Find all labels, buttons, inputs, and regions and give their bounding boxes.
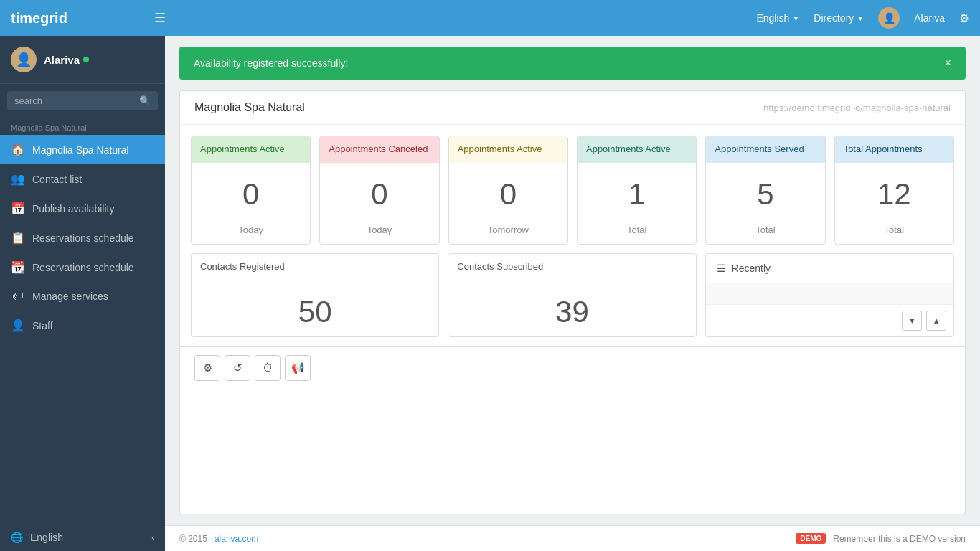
second-row: Contacts Registered 50 Contacts Subscrib… (180, 245, 965, 346)
username-nav[interactable]: Alariva (914, 12, 945, 24)
home-icon: 🏠 (11, 143, 25, 156)
stat-card-value-0: 0 (200, 177, 301, 212)
stat-card-value-1: 0 (329, 177, 430, 212)
toolbar-broadcast-button[interactable]: 📢 (285, 355, 311, 381)
sidebar-search-container: 🔍 (0, 84, 165, 118)
sidebar-avatar: 👤 (11, 47, 37, 72)
stat-card-footer-4: Total (706, 219, 824, 244)
sidebar-item-reservations1[interactable]: 📋 Reservations schedule (0, 223, 165, 253)
stat-card-footer-0: Today (192, 219, 310, 244)
demo-badge: DEMO (796, 533, 826, 544)
stat-card-0: Appointments Active 0 Today (191, 136, 311, 245)
dashboard-card: Magnolia Spa Natural https://demo.timegr… (179, 90, 966, 514)
user-avatar[interactable]: 👤 (878, 7, 900, 29)
footer-link[interactable]: alariva.com (215, 534, 258, 544)
stat-card-header-0: Appointments Active (192, 136, 310, 163)
sidebar-item-staff[interactable]: 👤 Staff (0, 311, 165, 340)
sidebar-language[interactable]: 🌐 English ‹ (0, 524, 165, 551)
stat-card-body-2: 0 (449, 163, 567, 219)
directory-caret: ▼ (857, 14, 864, 22)
stat-card-body-4: 5 (706, 163, 824, 219)
contact-card-body-0: 50 (192, 281, 438, 336)
sidebar-item-contacts[interactable]: 👥 Contact list (0, 164, 165, 194)
hamburger-icon[interactable]: ☰ (154, 10, 166, 26)
contact-card-value-1: 39 (457, 295, 687, 329)
stat-card-value-2: 0 (458, 177, 559, 212)
toolbar-refresh-button[interactable]: ↺ (225, 355, 250, 381)
stat-cards-row: Appointments Active 0 Today Appointments… (180, 125, 965, 245)
demo-footer-text: Remember this is a DEMO version (833, 534, 966, 544)
sidebar-item-publish[interactable]: 📅 Publish availability (0, 194, 165, 223)
stat-card-value-3: 1 (586, 177, 687, 212)
contact-card-header-1: Contacts Subscribed (448, 254, 695, 281)
stat-card-header-3: Appointments Active (578, 136, 696, 163)
stat-card-value-5: 12 (844, 177, 945, 212)
contact-card-value-0: 50 (200, 295, 430, 329)
brand-logo: timegrid (11, 10, 154, 27)
stat-card-footer-5: Total (835, 219, 953, 244)
alert-close-button[interactable]: × (945, 57, 951, 70)
sidebar-item-label: Reservations schedule (32, 262, 134, 273)
success-alert: Availability registered successfully! × (179, 47, 966, 80)
recently-up-button[interactable]: ▴ (926, 311, 946, 331)
stat-card-body-1: 0 (320, 163, 438, 219)
toolbar-settings-button[interactable]: ⚙ (194, 355, 220, 381)
search-icon: 🔍 (139, 95, 151, 106)
page-footer: © 2015 alariva.com DEMO Remember this is… (165, 525, 980, 551)
stat-card-footer-2: Tomorrow (449, 219, 567, 244)
main-content: Availability registered successfully! × … (165, 36, 980, 551)
search-input[interactable] (14, 95, 139, 106)
contact-card-body-1: 39 (448, 281, 695, 336)
directory-selector[interactable]: Directory ▼ (814, 12, 864, 24)
chevron-left-icon: ‹ (151, 533, 154, 542)
contacts-icon: 👥 (11, 172, 25, 186)
top-nav-right: English ▼ Directory ▼ 👤 Alariva ⚙ (756, 7, 969, 29)
contact-card-1: Contacts Subscribed 39 (448, 253, 696, 337)
recently-card-body (706, 283, 953, 304)
services-icon: 🏷 (11, 290, 25, 303)
sidebar-item-label: Staff (32, 320, 53, 331)
card-title: Magnolia Spa Natural (194, 101, 305, 114)
publish-icon: 📅 (11, 202, 25, 215)
stat-card-1: Appointments Canceled 0 Today (319, 136, 439, 245)
sidebar-user-section: 👤 Alariva (0, 36, 165, 84)
toolbar-clock-button[interactable]: ⏱ (255, 355, 281, 381)
stat-card-header-5: Total Appointments (835, 136, 953, 163)
sidebar-item-label: Magnolia Spa Natural (32, 144, 129, 156)
stat-card-header-1: Appointments Canceled (320, 136, 438, 163)
sidebar-item-label: Contact list (32, 174, 82, 185)
copyright-text: © 2015 (179, 534, 207, 544)
sidebar-lang-label: English (30, 532, 63, 543)
contact-card-header-0: Contacts Registered (192, 254, 438, 281)
staff-icon: 👤 (11, 319, 25, 332)
sidebar-item-label: Manage services (32, 291, 108, 302)
reservations1-icon: 📋 (11, 231, 25, 245)
stat-card-header-4: Appointments Served (706, 136, 824, 163)
card-header: Magnolia Spa Natural https://demo.timegr… (180, 91, 965, 125)
card-url: https://demo.timegrid.io/magnolia-spa-na… (763, 103, 951, 113)
stat-card-body-5: 12 (835, 163, 953, 219)
top-navbar: timegrid ☰ English ▼ Directory ▼ 👤 Alari… (0, 0, 980, 36)
stat-card-4: Appointments Served 5 Total (705, 136, 825, 245)
alert-message: Availability registered successfully! (194, 57, 348, 69)
stat-card-2: Appointments Active 0 Tomorrow (448, 136, 568, 245)
language-selector[interactable]: English ▼ (756, 12, 799, 24)
stat-card-header-2: Appointments Active (449, 136, 567, 163)
sidebar-section-label: Magnolia Spa Natural (0, 118, 165, 135)
stat-card-footer-3: Total (578, 219, 696, 244)
stat-card-body-3: 1 (578, 163, 696, 219)
recently-title: Recently (732, 263, 771, 274)
reservations2-icon: 📆 (11, 260, 25, 274)
recently-down-button[interactable]: ▾ (902, 311, 922, 331)
sidebar-item-services[interactable]: 🏷 Manage services (0, 282, 165, 311)
online-status-dot (83, 57, 89, 62)
bottom-toolbar: ⚙ ↺ ⏱ 📢 (180, 346, 965, 390)
stat-card-3: Appointments Active 1 Total (577, 136, 697, 245)
sidebar-item-reservations2[interactable]: 📆 Reservations schedule (0, 253, 165, 282)
sidebar-item-home[interactable]: 🏠 Magnolia Spa Natural (0, 135, 165, 164)
recently-card-footer: ▾ ▴ (706, 304, 953, 336)
settings-gear-icon[interactable]: ⚙ (959, 11, 969, 25)
sidebar: 👤 Alariva 🔍 Magnolia Spa Natural 🏠 Magno… (0, 36, 165, 551)
language-caret: ▼ (792, 14, 799, 22)
recently-card-header: ☰ Recently (706, 254, 953, 283)
